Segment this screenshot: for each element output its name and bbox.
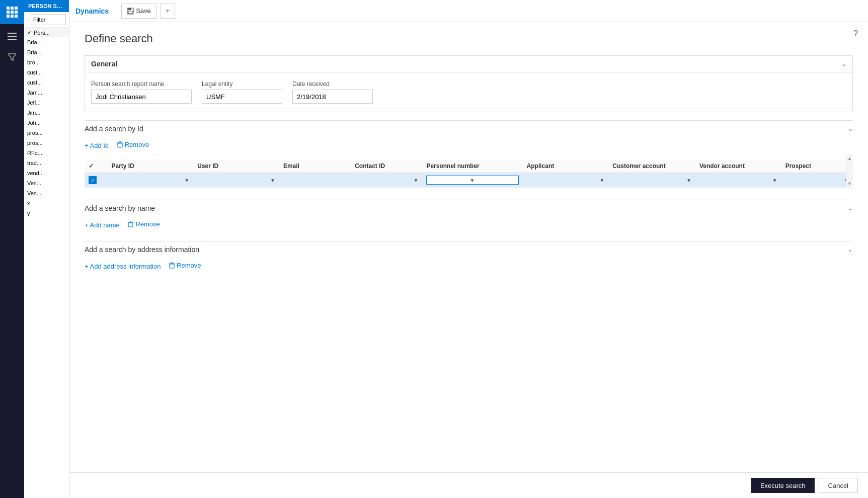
personnel-number-input[interactable]: [428, 177, 468, 184]
grid-icon: [7, 7, 18, 18]
list-item[interactable]: y: [24, 208, 69, 218]
scroll-up-arrow[interactable]: ▲: [846, 154, 853, 162]
cancel-button[interactable]: Cancel: [819, 478, 858, 493]
list-item[interactable]: bro...: [24, 57, 69, 67]
remove-address-label: Remove: [177, 262, 201, 269]
trash-icon-addr: [169, 262, 175, 269]
item-label: Ven...: [27, 180, 41, 186]
vendor-account-arrow[interactable]: ▼: [772, 178, 777, 183]
new-button[interactable]: +: [161, 4, 176, 19]
item-label: Jim...: [27, 110, 40, 116]
contact-id-arrow[interactable]: ▼: [414, 178, 419, 183]
remove-address-link[interactable]: Remove: [169, 262, 201, 269]
list-item[interactable]: Jim...: [24, 108, 69, 118]
trash-icon-name: [127, 221, 134, 227]
item-label: Jeff...: [27, 100, 41, 106]
list-item[interactable]: pros...: [24, 128, 69, 138]
sidebar-filter-input[interactable]: [31, 14, 66, 25]
list-item[interactable]: Bria...: [24, 37, 69, 47]
contact-id-cell[interactable]: ▼: [351, 173, 422, 188]
user-id-arrow[interactable]: ▼: [270, 178, 275, 183]
list-item[interactable]: Ven...: [24, 178, 69, 188]
applicant-cell[interactable]: ▼: [523, 173, 609, 188]
email-cell[interactable]: [279, 173, 351, 188]
col-vendor-header: Vendor account: [695, 159, 781, 173]
legal-entity-input[interactable]: [202, 90, 282, 104]
list-item[interactable]: cust...: [24, 77, 69, 88]
general-section-header[interactable]: General ⌄: [85, 56, 852, 72]
personnel-number-cell-inner[interactable]: ▼: [426, 176, 518, 185]
list-item[interactable]: Jeff...: [24, 98, 69, 108]
add-name-link[interactable]: + Add name: [85, 221, 120, 229]
item-label: cust...: [27, 69, 42, 75]
applicant-arrow[interactable]: ▼: [599, 178, 604, 183]
list-item[interactable]: x: [24, 198, 69, 208]
item-label: vend...: [27, 170, 44, 176]
list-item[interactable]: Ven...: [24, 188, 69, 198]
search-by-id-collapse-icon: ⌄: [848, 125, 853, 132]
item-label: Bria...: [27, 39, 42, 45]
date-received-input[interactable]: [292, 90, 373, 104]
item-label: Ven...: [27, 190, 41, 196]
list-item[interactable]: trad...: [24, 158, 69, 168]
help-button[interactable]: ?: [853, 29, 858, 38]
add-id-link[interactable]: + Add Id: [85, 142, 109, 149]
person-search-label: Person search report name: [91, 80, 192, 88]
list-item[interactable]: vend...: [24, 168, 69, 178]
execute-search-button[interactable]: Execute search: [751, 478, 815, 493]
remove-name-link[interactable]: Remove: [127, 220, 160, 228]
list-item[interactable]: Joh...: [24, 118, 69, 128]
prospect-dropdown[interactable]: ▼: [785, 178, 849, 183]
contact-id-dropdown[interactable]: ▼: [355, 178, 418, 183]
general-form-row: Person search report name Legal entity D…: [91, 80, 846, 104]
personnel-number-cell[interactable]: ▼: [422, 173, 522, 188]
list-item[interactable]: Bria...: [24, 47, 69, 57]
toolbar-divider: [115, 6, 115, 17]
legal-entity-field: Legal entity: [202, 80, 282, 104]
save-icon: [127, 8, 134, 15]
search-by-address-title: Add a search by address information: [85, 245, 199, 254]
search-icon: [27, 17, 29, 23]
filter-nav-button[interactable]: [0, 46, 24, 66]
item-label: RFq...: [27, 150, 42, 156]
add-address-link[interactable]: + Add address information: [85, 263, 161, 270]
search-by-address-collapse-icon: ⌄: [848, 246, 853, 253]
person-search-input[interactable]: [91, 90, 192, 104]
user-id-cell[interactable]: ▼: [193, 173, 279, 188]
save-button[interactable]: Save: [121, 4, 156, 19]
svg-rect-11: [170, 264, 174, 268]
search-by-address-body: + Add address information Remove: [85, 258, 853, 274]
row-checkbox[interactable]: ✓: [89, 176, 97, 184]
list-item[interactable]: cust...: [24, 67, 69, 77]
user-id-dropdown[interactable]: ▼: [197, 178, 275, 183]
col-user-header: User ID: [193, 159, 279, 173]
list-item[interactable]: RFq...: [24, 148, 69, 158]
prospect-cell[interactable]: ▼: [781, 173, 853, 188]
applicant-dropdown[interactable]: ▼: [527, 178, 605, 183]
item-label: pros...: [27, 140, 43, 146]
party-id-cell[interactable]: ▼: [108, 173, 194, 188]
customer-account-arrow[interactable]: ▼: [686, 178, 691, 183]
list-item[interactable]: Jam...: [24, 88, 69, 98]
col-customer-header: Customer account: [608, 159, 695, 173]
remove-name-label: Remove: [135, 220, 160, 228]
table-scrollbar[interactable]: ▲ ▼: [846, 154, 853, 188]
item-label: Joh...: [27, 120, 41, 126]
row-check-cell: ✓: [85, 173, 108, 188]
search-by-name-title: Add a search by name: [85, 204, 155, 212]
personnel-arrow[interactable]: ▼: [469, 178, 475, 183]
list-item[interactable]: pros...: [24, 138, 69, 148]
party-id-dropdown[interactable]: ▼: [112, 178, 190, 183]
menu-button[interactable]: [0, 26, 24, 46]
remove-id-label: Remove: [125, 141, 149, 148]
customer-account-dropdown[interactable]: ▼: [612, 178, 691, 183]
party-id-arrow[interactable]: ▼: [184, 178, 189, 183]
vendor-account-dropdown[interactable]: ▼: [699, 178, 777, 183]
scroll-down-arrow[interactable]: ▼: [846, 180, 853, 188]
apps-button[interactable]: [0, 0, 24, 24]
remove-id-link[interactable]: Remove: [117, 141, 149, 148]
svg-rect-4: [128, 11, 132, 14]
vendor-account-cell[interactable]: ▼: [695, 173, 781, 188]
customer-account-cell[interactable]: ▼: [608, 173, 695, 188]
table-header-row: ✓ Party ID User ID Email: [85, 159, 853, 173]
